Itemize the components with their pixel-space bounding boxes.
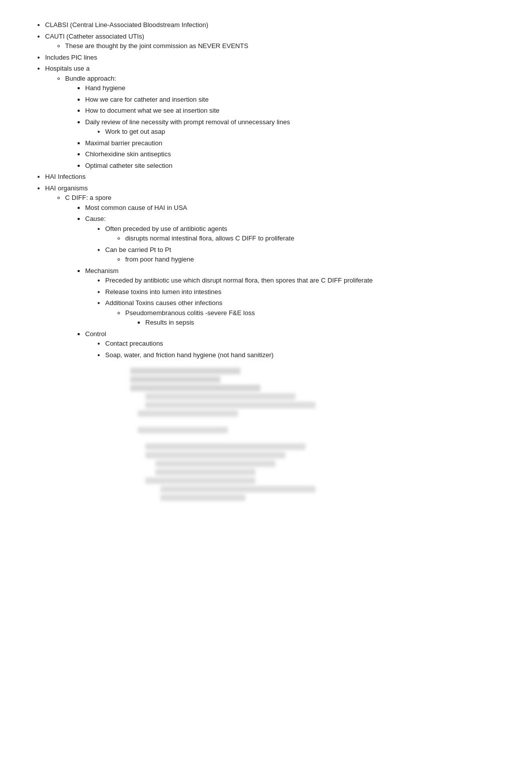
list-item: HAI Infections: [45, 172, 502, 182]
item-text: How to document what we see at insertion…: [85, 107, 219, 114]
main-list: CLABSI (Central Line-Associated Bloodstr…: [40, 20, 502, 360]
item-text: Contact precautions: [105, 340, 163, 347]
list-item: Control Contact precautions Soap, water,…: [85, 329, 502, 360]
sub-list: disrupts normal intestinal flora, allows…: [120, 233, 502, 243]
list-item: Cause: Often preceded by use of antibiot…: [85, 214, 502, 265]
list-item: How to document what we see at insertion…: [85, 106, 502, 116]
list-item: Includes PIC lines: [45, 53, 502, 63]
sub-list: These are thought by the joint commissio…: [60, 41, 502, 51]
list-item: Results in sepsis: [145, 318, 502, 328]
item-text: Preceded by antibiotic use which disrupt…: [105, 277, 373, 284]
list-item: Optimal catheter site selection: [85, 161, 502, 171]
item-text: from poor hand hygiene: [125, 255, 194, 263]
list-item: Additional Toxins causes other infection…: [105, 298, 502, 328]
item-text: Optimal catheter site selection: [85, 162, 172, 169]
sub-list: Preceded by antibiotic use which disrupt…: [100, 276, 502, 328]
list-item: Release toxins into lumen into intestine…: [105, 287, 502, 297]
item-text: Hand hygiene: [85, 84, 125, 92]
list-item: These are thought by the joint commissio…: [65, 41, 502, 51]
sub-list: Bundle approach: Hand hygiene How we car…: [60, 74, 502, 171]
item-text: Mechanism: [85, 267, 118, 275]
item-text: Daily review of line necessity with prom…: [85, 118, 290, 126]
list-item: Daily review of line necessity with prom…: [85, 117, 502, 137]
sub-list: Most common cause of HAI in USA Cause: O…: [80, 203, 502, 360]
list-item: Soap, water, and friction hand hygiene (…: [105, 350, 502, 360]
sub-list: from poor hand hygiene: [120, 254, 502, 265]
list-item: Hand hygiene: [85, 83, 502, 93]
list-item: HAI organisms C DIFF: a spore Most commo…: [45, 183, 502, 360]
list-item: Most common cause of HAI in USA: [85, 203, 502, 213]
item-text: C DIFF: a spore: [65, 194, 111, 201]
sub-list: Often preceded by use of antibiotic agen…: [100, 224, 502, 265]
list-item: from poor hand hygiene: [125, 254, 502, 265]
item-text: These are thought by the joint commissio…: [65, 42, 248, 50]
document-content: CLABSI (Central Line-Associated Bloodstr…: [30, 20, 502, 501]
list-item: Pseudomembranous colitis -severe F&E los…: [125, 308, 502, 328]
item-text: CAUTI (Catheter associated UTIs): [45, 33, 144, 40]
item-text: CLABSI (Central Line-Associated Bloodstr…: [45, 21, 208, 29]
item-text: Pseudomembranous colitis -severe F&E los…: [125, 309, 255, 317]
list-item: C DIFF: a spore Most common cause of HAI…: [65, 193, 502, 360]
item-text: Often preceded by use of antibiotic agen…: [105, 225, 227, 232]
item-text: Control: [85, 330, 106, 338]
list-item: Can be carried Pt to Pt from poor hand h…: [105, 245, 502, 265]
list-item: CLABSI (Central Line-Associated Bloodstr…: [45, 20, 502, 30]
list-item: Contact precautions: [105, 339, 502, 349]
item-text: disrupts normal intestinal flora, allows…: [125, 234, 294, 242]
item-text: How we care for catheter and insertion s…: [85, 96, 208, 103]
sub-list: C DIFF: a spore Most common cause of HAI…: [60, 193, 502, 360]
item-text: HAI organisms: [45, 184, 88, 192]
list-item: Preceded by antibiotic use which disrupt…: [105, 276, 502, 286]
item-text: Bundle approach:: [65, 75, 116, 82]
item-text: Additional Toxins causes other infection…: [105, 299, 222, 307]
sub-list: Pseudomembranous colitis -severe F&E los…: [120, 308, 502, 328]
blurred-content: [130, 368, 502, 501]
list-item: Maximal barrier precaution: [85, 138, 502, 148]
item-text: Soap, water, and friction hand hygiene (…: [105, 351, 274, 359]
item-text: Includes PIC lines: [45, 54, 97, 61]
item-text: Work to get out asap: [105, 128, 165, 135]
sub-list: Contact precautions Soap, water, and fri…: [100, 339, 502, 360]
list-item: Bundle approach: Hand hygiene How we car…: [65, 74, 502, 171]
list-item: Chlorhexidine skin antiseptics: [85, 149, 502, 159]
list-item: How we care for catheter and insertion s…: [85, 95, 502, 105]
list-item: Work to get out asap: [105, 127, 502, 137]
item-text: Cause:: [85, 215, 106, 222]
item-text: Can be carried Pt to Pt: [105, 246, 171, 253]
item-text: Results in sepsis: [145, 319, 194, 326]
list-item: Mechanism Preceded by antibiotic use whi…: [85, 266, 502, 328]
item-text: HAI Infections: [45, 173, 86, 180]
list-item: Hospitals use a Bundle approach: Hand hy…: [45, 64, 502, 170]
item-text: Hospitals use a: [45, 65, 90, 72]
list-item: Often preceded by use of antibiotic agen…: [105, 224, 502, 243]
item-text: Maximal barrier precaution: [85, 139, 162, 147]
list-item: CAUTI (Catheter associated UTIs) These a…: [45, 32, 502, 51]
item-text: Most common cause of HAI in USA: [85, 204, 187, 211]
item-text: Chlorhexidine skin antiseptics: [85, 150, 171, 158]
list-item: disrupts normal intestinal flora, allows…: [125, 233, 502, 243]
sub-list: Hand hygiene How we care for catheter an…: [80, 83, 502, 170]
sub-list: Results in sepsis: [140, 318, 502, 328]
sub-list: Work to get out asap: [100, 127, 502, 137]
item-text: Release toxins into lumen into intestine…: [105, 288, 221, 296]
